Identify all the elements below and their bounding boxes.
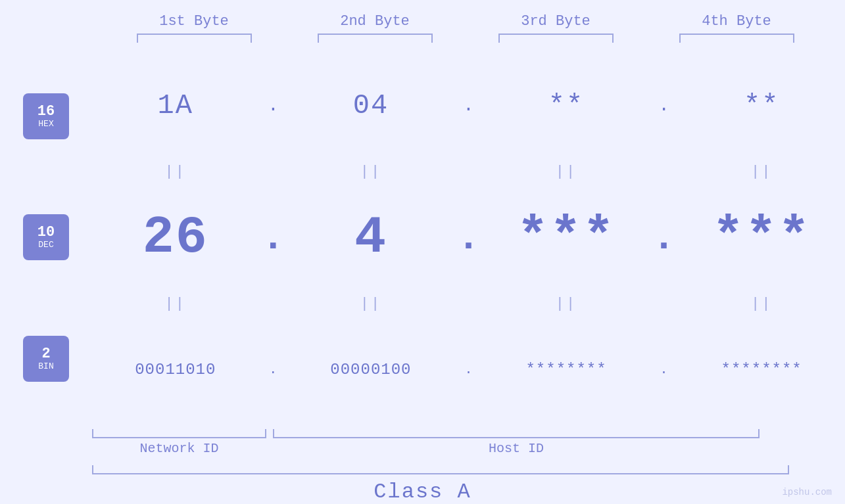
eq1-b4: || [679,164,844,180]
eq2-b1: || [93,296,258,312]
bin-num: 2 [41,346,50,362]
hex-badge: 16 HEX [23,93,69,139]
dec-byte2: 4 [289,208,453,267]
content-area: 16 HEX 10 DEC 2 BIN 1A . 04 . ** . ** [0,49,845,426]
dec-num: 10 [37,225,55,241]
bottom-section: Network ID Host ID Class A [0,429,845,504]
bottom-brackets [92,429,815,438]
network-id-label: Network ID [92,441,266,456]
byte1-header: 1st Byte [128,13,260,30]
eq2-b2: || [289,296,453,312]
dec-row: 26 . 4 . *** . *** [92,181,845,294]
byte3-header: 3rd Byte [490,13,621,30]
bin-badge: 2 BIN [23,336,69,382]
hex-dot1: . [260,95,286,116]
bin-dot2: . [455,362,481,377]
hex-byte2: 04 [289,90,453,122]
host-id-label: Host ID [273,441,760,456]
byte4-header: 4th Byte [671,13,802,30]
main-container: 1st Byte 2nd Byte 3rd Byte 4th Byte 16 H… [0,0,845,504]
eq1-b3: || [484,164,648,180]
network-id-bracket [92,429,266,438]
bin-dot3: . [651,362,677,377]
equals-row-2: || || || || [92,294,845,313]
dec-dot1: . [260,216,286,260]
hex-byte4: ** [679,90,844,122]
watermark: ipshu.com [782,487,832,497]
hex-byte1: 1A [93,90,258,122]
bin-dot1: . [260,362,286,377]
dec-badge: 10 DEC [23,214,69,260]
bin-byte4: ******** [679,361,844,378]
eq2-b3: || [484,296,648,312]
byte1-bracket [137,34,252,43]
values-area: 1A . 04 . ** . ** || || || || 26 [92,49,845,426]
byte2-header: 2nd Byte [309,13,441,30]
byte4-bracket [679,34,794,43]
byte2-bracket [318,34,433,43]
hex-num: 16 [37,104,55,120]
eq2-b4: || [679,296,844,312]
eq1-b1: || [93,164,258,180]
eq1-b2: || [289,164,453,180]
hex-dot3: . [651,95,677,116]
top-bracket-row [104,34,827,43]
hex-dot2: . [455,95,481,116]
bin-name: BIN [38,362,53,371]
bin-byte3: ******** [484,361,648,378]
dec-dot2: . [455,216,481,260]
equals-row-1: || || || || [92,162,845,181]
byte3-bracket [498,34,614,43]
byte-headers: 1st Byte 2nd Byte 3rd Byte 4th Byte [104,13,827,30]
hex-byte3: ** [484,90,648,122]
dec-name: DEC [38,241,53,250]
dec-dot3: . [651,216,677,260]
dec-byte1: 26 [93,208,258,267]
host-id-bracket [273,429,760,438]
bottom-labels: Network ID Host ID [92,441,815,456]
hex-row: 1A . 04 . ** . ** [92,49,845,162]
class-a-bracket [92,465,789,474]
class-a-label: Class A [0,480,845,504]
base-labels: 16 HEX 10 DEC 2 BIN [0,49,92,426]
dec-byte4: *** [679,208,844,267]
bin-byte2: 00000100 [289,361,453,378]
bin-byte1: 00011010 [93,361,258,378]
dec-byte3: *** [484,208,648,267]
hex-name: HEX [38,120,53,129]
bin-row: 00011010 . 00000100 . ******** . *******… [92,313,845,426]
